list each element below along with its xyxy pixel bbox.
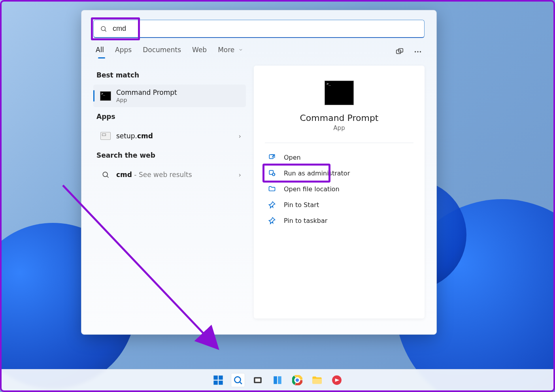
svg-point-0 (101, 26, 106, 31)
svg-rect-14 (213, 375, 218, 380)
action-open[interactable]: Open (265, 149, 413, 165)
open-icon (268, 153, 276, 161)
search-icon (100, 25, 107, 32)
pin-icon (268, 217, 276, 224)
filter-documents[interactable]: Documents (143, 46, 181, 58)
filter-all[interactable]: All (96, 46, 104, 58)
filter-row: All Apps Documents Web More (93, 45, 425, 58)
svg-rect-22 (274, 376, 277, 384)
section-best-match: Best match (93, 66, 246, 85)
file-icon (100, 130, 111, 142)
result-title: cmd - See web results (116, 171, 192, 179)
preview-subtitle: App (265, 124, 413, 132)
search-glyph-icon (100, 169, 111, 181)
windows-logo-icon (213, 375, 224, 386)
result-title: Command Prompt (116, 89, 177, 97)
svg-point-6 (420, 51, 421, 52)
preview-thumbnail-cmd-icon (325, 81, 354, 105)
svg-rect-23 (278, 376, 281, 384)
svg-point-18 (234, 377, 240, 383)
preview-column: Command Prompt App Open Run as administr… (254, 66, 425, 326)
svg-point-4 (415, 51, 416, 52)
divider (265, 143, 413, 143)
result-app-setup-cmd[interactable]: setup.cmd › (93, 126, 246, 146)
action-run-as-administrator[interactable]: Run as administrator (265, 165, 413, 181)
chevron-down-icon (238, 46, 243, 54)
chat-icon[interactable] (395, 47, 404, 56)
pin-icon (268, 201, 276, 209)
svg-rect-15 (219, 375, 223, 380)
section-search-web: Search the web (93, 146, 246, 165)
action-pin-to-start[interactable]: Pin to Start (265, 197, 413, 213)
result-subtitle: App (116, 97, 177, 103)
svg-rect-21 (255, 378, 261, 382)
search-input[interactable] (113, 24, 418, 33)
search-box-container (93, 20, 425, 38)
search-icon (233, 375, 243, 385)
section-apps: Apps (93, 107, 246, 126)
preview-title: Command Prompt (265, 113, 413, 123)
svg-point-7 (103, 172, 108, 177)
chevron-right-icon: › (239, 171, 241, 179)
taskbar-chrome-button[interactable] (291, 373, 304, 387)
preview-card: Command Prompt App Open Run as administr… (254, 66, 425, 318)
results-column: Best match Command Prompt App Apps setup… (93, 66, 246, 326)
filter-apps[interactable]: Apps (115, 46, 132, 58)
task-view-icon (253, 375, 263, 385)
svg-rect-30 (312, 379, 321, 384)
cmd-icon (100, 90, 111, 102)
filter-web[interactable]: Web (192, 46, 207, 58)
result-web-search[interactable]: cmd - See web results › (93, 165, 246, 185)
action-pin-to-taskbar[interactable]: Pin to taskbar (265, 213, 413, 228)
filter-more[interactable]: More (218, 46, 243, 58)
svg-rect-17 (219, 381, 223, 385)
taskbar-task-view-button[interactable] (251, 373, 264, 387)
taskbar-start-button[interactable] (211, 373, 225, 387)
search-flyout: All Apps Documents Web More Best match C… (81, 10, 437, 335)
taskbar-widgets-button[interactable] (271, 373, 284, 387)
chevron-right-icon: › (239, 132, 241, 140)
search-box[interactable] (93, 20, 425, 38)
taskbar-search-button[interactable] (231, 373, 245, 387)
result-best-match[interactable]: Command Prompt App (93, 85, 246, 107)
svg-line-8 (107, 176, 109, 178)
svg-line-1 (105, 30, 106, 31)
folder-icon (311, 375, 323, 385)
folder-icon (268, 185, 276, 193)
result-title: setup.cmd (116, 132, 153, 140)
taskbar-app-button[interactable] (330, 373, 344, 387)
widgets-icon (272, 375, 283, 385)
svg-line-19 (240, 382, 242, 384)
chrome-icon (292, 375, 302, 385)
action-open-file-location[interactable]: Open file location (265, 181, 413, 197)
svg-point-5 (417, 51, 418, 52)
more-options-icon[interactable] (413, 47, 422, 56)
svg-rect-16 (213, 381, 218, 385)
media-app-icon (332, 375, 342, 385)
shield-icon (268, 169, 276, 177)
taskbar-explorer-button[interactable] (310, 373, 324, 387)
taskbar (2, 369, 553, 390)
